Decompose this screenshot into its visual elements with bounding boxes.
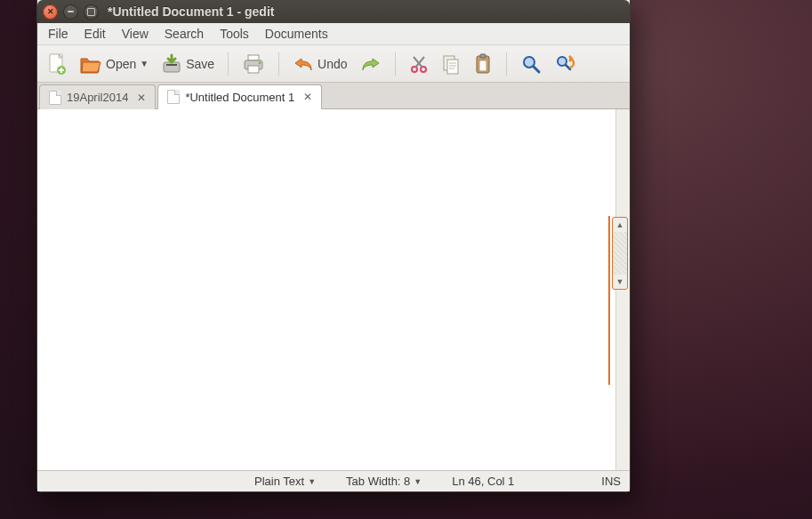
tab-label: *Untitled Document 1 [185, 91, 294, 104]
svg-rect-2 [164, 62, 180, 72]
window-close-button[interactable] [43, 4, 58, 20]
toolbar-separator [395, 52, 396, 76]
file-icon [167, 90, 180, 104]
undo-label: Undo [318, 57, 347, 71]
copy-button[interactable] [437, 50, 465, 78]
dropdown-arrow-icon: ▼ [414, 477, 422, 486]
cut-button[interactable] [405, 50, 433, 78]
svg-rect-11 [447, 60, 458, 74]
overlay-scroll-indicator [608, 216, 610, 385]
menu-search[interactable]: Search [157, 25, 211, 43]
tab-width-label: Tab Width: 8 [346, 475, 410, 488]
gedit-window: *Untitled Document 1 - gedit File Edit V… [36, 0, 631, 492]
paste-icon [473, 53, 493, 75]
statusbar: Plain Text ▼ Tab Width: 8 ▼ Ln 46, Col 1… [37, 470, 630, 491]
cursor-position: Ln 46, Col 1 [452, 475, 514, 488]
find-button[interactable] [516, 50, 546, 78]
folder-open-icon [79, 54, 102, 74]
menubar: File Edit View Search Tools Documents [37, 23, 630, 45]
overlay-scrollbar[interactable]: ▲ ▼ [612, 217, 628, 290]
toolbar-separator [228, 52, 229, 76]
find-replace-icon [554, 53, 577, 75]
toolbar-separator [278, 52, 279, 76]
copy-icon [441, 53, 461, 75]
open-label: Open [106, 57, 136, 71]
document-tabstrip: 19April2014 ✕ *Untitled Document 1 ✕ [37, 83, 630, 109]
tab-width-selector[interactable]: Tab Width: 8 ▼ [346, 475, 422, 488]
scroll-down-arrow-icon[interactable]: ▼ [613, 275, 627, 289]
toolbar-separator [506, 52, 507, 76]
menu-edit[interactable]: Edit [77, 25, 113, 43]
redo-button[interactable] [356, 50, 386, 78]
svg-rect-4 [248, 55, 259, 60]
svg-point-7 [259, 61, 261, 64]
save-icon [161, 53, 182, 75]
toolbar: Open ▼ Save Undo [37, 45, 630, 83]
menu-file[interactable]: File [41, 25, 76, 43]
window-title: *Untitled Document 1 - gedit [108, 4, 274, 19]
open-button[interactable]: Open ▼ [75, 50, 153, 78]
menu-tools[interactable]: Tools [213, 25, 256, 43]
save-button[interactable]: Save [157, 50, 219, 78]
scroll-track[interactable] [613, 232, 627, 275]
menu-documents[interactable]: Documents [258, 25, 335, 43]
window-maximize-button[interactable] [84, 4, 99, 20]
svg-rect-3 [166, 64, 177, 66]
menu-view[interactable]: View [115, 25, 156, 43]
find-replace-button[interactable] [550, 50, 582, 78]
editor-area [37, 109, 630, 470]
window-minimize-button[interactable] [63, 4, 78, 20]
new-document-button[interactable] [43, 50, 71, 78]
undo-icon [293, 55, 314, 73]
svg-rect-14 [479, 60, 486, 71]
editor-scrollbar[interactable] [615, 109, 630, 470]
tab-untitled-document-1[interactable]: *Untitled Document 1 ✕ [157, 84, 322, 109]
open-dropdown-arrow-icon[interactable]: ▼ [140, 59, 149, 68]
undo-button[interactable]: Undo [288, 50, 351, 78]
titlebar[interactable]: *Untitled Document 1 - gedit [37, 0, 630, 23]
scroll-up-arrow-icon[interactable]: ▲ [613, 218, 627, 232]
syntax-mode-label: Plain Text [254, 475, 304, 488]
tab-19april2014[interactable]: 19April2014 ✕ [39, 84, 156, 109]
redo-icon [360, 55, 382, 73]
print-button[interactable] [237, 50, 269, 78]
tab-label: 19April2014 [67, 91, 128, 104]
svg-rect-6 [248, 66, 259, 73]
search-icon [520, 53, 542, 75]
dropdown-arrow-icon: ▼ [308, 477, 316, 486]
tab-close-button[interactable]: ✕ [137, 92, 146, 104]
tab-close-button[interactable]: ✕ [303, 91, 312, 103]
new-file-icon [47, 52, 67, 76]
insert-mode-indicator: INS [601, 475, 621, 488]
file-icon [49, 91, 61, 105]
svg-rect-13 [480, 54, 486, 58]
paste-button[interactable] [469, 50, 497, 78]
text-editor[interactable] [37, 109, 630, 470]
scissors-icon [409, 54, 429, 74]
printer-icon [242, 53, 265, 75]
save-label: Save [186, 57, 214, 71]
syntax-mode-selector[interactable]: Plain Text ▼ [254, 475, 316, 488]
